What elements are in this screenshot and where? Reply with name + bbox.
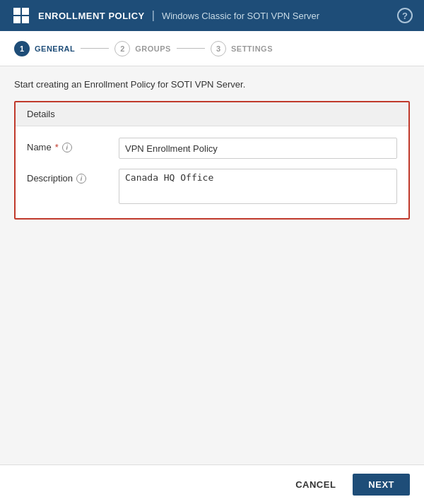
header-title: ENROLLMENT POLICY	[38, 11, 145, 21]
description-label: Description i	[27, 169, 119, 184]
next-button[interactable]: NEXT	[353, 474, 410, 496]
header-subtitle: Windows Classic for SOTI VPN Server	[162, 11, 319, 21]
step-connector-2	[177, 48, 205, 49]
name-label: Name * i	[27, 138, 119, 152]
description-input[interactable]	[119, 169, 397, 204]
step-1-label: GENERAL	[35, 44, 75, 53]
step-1-circle: 1	[14, 41, 30, 56]
intro-text: Start creating an Enrollment Policy for …	[14, 79, 410, 90]
details-card-header: Details	[16, 102, 408, 126]
svg-rect-3	[22, 16, 29, 23]
step-1[interactable]: 1 GENERAL	[14, 41, 75, 56]
cancel-button[interactable]: CANCEL	[285, 474, 346, 496]
name-row: Name * i	[27, 138, 397, 159]
step-3-label: SETTINGS	[231, 44, 273, 53]
name-info-icon[interactable]: i	[62, 143, 72, 152]
description-info-icon[interactable]: i	[76, 174, 86, 184]
svg-rect-0	[13, 8, 20, 15]
step-3[interactable]: 3 SETTINGS	[211, 41, 273, 56]
main-content: Start creating an Enrollment Policy for …	[0, 66, 424, 464]
steps-bar: 1 GENERAL 2 GROUPS 3 SETTINGS	[0, 31, 424, 66]
name-required: *	[55, 142, 59, 152]
app-header: ENROLLMENT POLICY | Windows Classic for …	[0, 0, 424, 31]
windows-logo-icon	[11, 6, 31, 25]
help-button[interactable]: ?	[397, 8, 413, 23]
svg-rect-1	[22, 8, 29, 15]
step-2-circle: 2	[114, 41, 130, 56]
details-card: Details Name * i Description i	[14, 101, 410, 220]
step-2-label: GROUPS	[135, 44, 171, 53]
description-row: Description i	[27, 169, 397, 204]
step-connector-1	[81, 48, 109, 49]
step-3-circle: 3	[211, 41, 226, 56]
name-input[interactable]	[119, 138, 397, 159]
header-divider: |	[152, 9, 155, 22]
svg-rect-2	[13, 16, 20, 23]
details-card-body: Name * i Description i	[16, 126, 408, 218]
footer: CANCEL NEXT	[0, 464, 424, 504]
step-2[interactable]: 2 GROUPS	[114, 41, 171, 56]
